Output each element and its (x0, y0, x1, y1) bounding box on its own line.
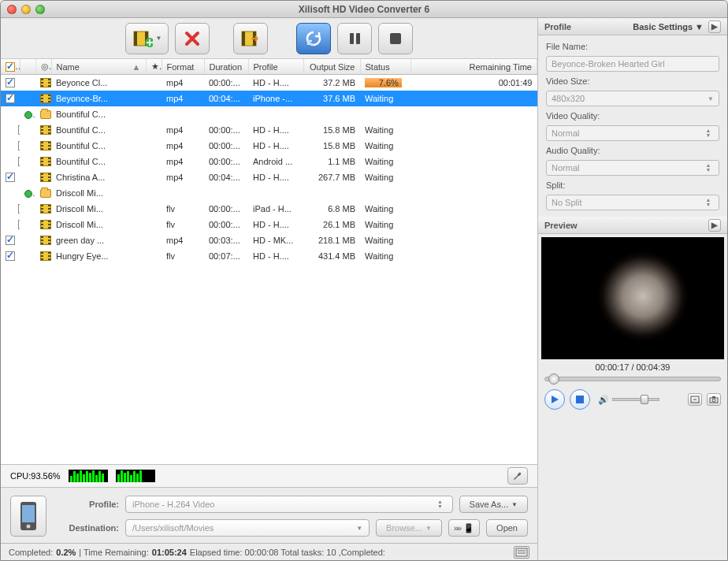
videoquality-label: Video Quality: (546, 111, 719, 121)
audioquality-field[interactable]: Normal▲▼ (546, 160, 719, 176)
table-row[interactable]: green day ...mp400:03:...HD - MK...218.1… (1, 232, 537, 248)
row-checkbox[interactable] (6, 94, 15, 103)
row-checkbox[interactable] (18, 220, 20, 229)
table-row[interactable]: Bountiful C...mp400:00:...Android ...1.1… (1, 154, 537, 169)
col-output-size[interactable]: Output Size (303, 59, 360, 75)
window-title: Xilisoft HD Video Converter 6 (1, 4, 727, 15)
svg-rect-11 (22, 505, 35, 522)
snapshot-icon[interactable] (707, 393, 721, 406)
group-expand-icon[interactable] (24, 190, 32, 198)
save-as-button[interactable]: Save As...▼ (459, 496, 528, 513)
col-remaining[interactable]: Remaining Time (410, 59, 537, 75)
film-icon (40, 220, 51, 229)
settings-icon-button[interactable] (507, 467, 528, 485)
seek-slider[interactable] (544, 377, 721, 381)
row-checkbox[interactable] (6, 173, 15, 182)
row-checkbox[interactable] (18, 204, 20, 214)
col-star[interactable]: ★ (146, 59, 162, 75)
col-disc[interactable]: ◎ (35, 59, 51, 75)
film-icon (40, 141, 51, 150)
svg-rect-7 (350, 33, 354, 44)
table-header-row: ◎ Name ▲ ★ Format Duration Profile Outpu… (1, 59, 537, 75)
profile-expand-icon[interactable]: ▶ (708, 20, 721, 33)
svg-rect-13 (516, 548, 527, 556)
log-icon[interactable] (514, 546, 529, 559)
row-checkbox[interactable] (18, 125, 20, 135)
titlebar: Xilisoft HD Video Converter 6 (1, 1, 727, 18)
destination-label: Destination: (56, 523, 119, 533)
cpu-meter-2 (116, 470, 155, 482)
svg-rect-1 (134, 32, 137, 46)
row-checkbox[interactable] (18, 141, 20, 150)
remove-button[interactable] (175, 23, 210, 54)
cpu-bar: CPU:93.56% (1, 464, 537, 488)
film-icon (40, 125, 51, 135)
svg-rect-20 (712, 396, 715, 398)
svg-point-12 (27, 525, 31, 529)
refresh-button[interactable] (296, 23, 331, 54)
col-duration[interactable]: Duration (204, 59, 248, 75)
profile-section-header: Profile Basic Settings▼ ▶ (538, 18, 727, 35)
play-button[interactable] (544, 389, 565, 410)
split-field[interactable]: No Split▲▼ (546, 195, 719, 210)
device-icon (10, 496, 46, 537)
fullscreen-icon[interactable] (688, 393, 702, 406)
table-row[interactable]: Beyonce-Br...mp400:04:...iPhone -...37.6… (1, 91, 537, 106)
file-list-table[interactable]: ◎ Name ▲ ★ Format Duration Profile Outpu… (1, 59, 537, 264)
profile-combo[interactable]: iPhone - H.264 Video ▲▼ (125, 496, 453, 513)
browse-button[interactable]: Browse...▼ (376, 519, 442, 537)
stop-button[interactable] (378, 23, 413, 54)
videosize-field[interactable]: 480x320▼ (546, 91, 719, 106)
col-profile[interactable]: Profile (248, 59, 303, 75)
videosize-label: Video Size: (546, 76, 719, 86)
filename-field[interactable]: Beyonce-Broken Hearted Girl (546, 56, 719, 72)
preview-section-header: Preview ▶ (538, 217, 727, 234)
convert-button[interactable] (233, 23, 268, 54)
cpu-meter (69, 470, 108, 482)
player-stop-button[interactable] (570, 389, 590, 410)
export-button[interactable]: »»📱 (448, 519, 480, 537)
row-checkbox[interactable] (6, 236, 15, 245)
col-format[interactable]: Format (162, 59, 204, 75)
destination-field[interactable]: /Users/xilisoft/Movies ▼ (125, 519, 370, 537)
table-row[interactable]: Bountiful C... (1, 106, 537, 122)
table-row[interactable]: Christina A...mp400:04:...HD - H....267.… (1, 169, 537, 185)
volume-control[interactable]: 🔊 (598, 395, 659, 405)
row-checkbox[interactable] (6, 78, 15, 87)
videoquality-field[interactable]: Normal▲▼ (546, 125, 719, 141)
table-row[interactable]: Beyonce Cl...mp400:00:...HD - H....37.2 … (1, 75, 537, 91)
video-preview[interactable] (541, 237, 724, 359)
table-row[interactable]: Bountiful C...mp400:00:...HD - H....15.8… (1, 122, 537, 138)
row-checkbox[interactable] (18, 157, 20, 166)
preview-expand-icon[interactable]: ▶ (708, 219, 721, 232)
basic-settings-dropdown[interactable]: Basic Settings▼ (633, 22, 704, 32)
table-row[interactable]: Hungry Eye...flv00:07:...HD - H....431.4… (1, 248, 537, 264)
svg-point-19 (712, 399, 715, 402)
table-row[interactable]: Bountiful C...mp400:00:...HD - H....15.8… (1, 138, 537, 154)
table-row[interactable]: Driscoll Mi... (1, 185, 537, 201)
volume-icon: 🔊 (598, 395, 609, 405)
film-icon (40, 173, 51, 182)
film-icon (40, 236, 51, 245)
audioquality-label: Audio Quality: (546, 146, 719, 155)
film-icon (40, 204, 51, 214)
split-label: Split: (546, 180, 719, 190)
group-expand-icon[interactable] (24, 111, 32, 119)
film-icon (40, 251, 51, 261)
pause-button[interactable] (337, 23, 372, 54)
table-row[interactable]: Driscoll Mi...flv00:00:...iPad - H...6.8… (1, 201, 537, 217)
open-button[interactable]: Open (486, 519, 528, 537)
col-status[interactable]: Status (360, 59, 410, 75)
timecode-label: 00:00:17 / 00:04:39 (541, 362, 724, 372)
row-checkbox[interactable] (6, 251, 15, 261)
table-row[interactable]: Driscoll Mi...flv00:00:...HD - H....26.1… (1, 217, 537, 232)
col-spacer1[interactable] (20, 59, 35, 75)
main-toolbar: ▼ (1, 18, 537, 59)
add-files-button[interactable]: ▼ (125, 23, 169, 54)
cpu-label: CPU:93.56% (10, 471, 61, 481)
profile-label: Profile: (56, 500, 119, 509)
col-check[interactable] (1, 59, 20, 75)
svg-rect-5 (242, 32, 245, 46)
col-name[interactable]: Name ▲ (51, 59, 146, 75)
film-icon (40, 78, 51, 87)
